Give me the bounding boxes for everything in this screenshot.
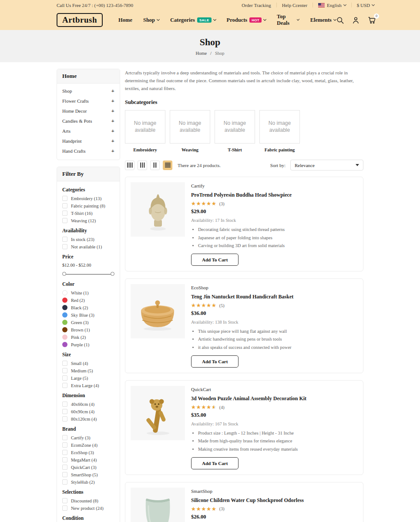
product-title[interactable]: Silicone Children Water Cup Shockproof O… [191,497,304,504]
filter-option[interactable]: EcoShop (3) [62,450,114,455]
color-filter-option[interactable]: Brown (1) [62,327,114,332]
nav-item-shop[interactable]: Shop [143,17,159,23]
checkbox[interactable] [62,211,67,216]
color-dot[interactable] [62,327,67,332]
checkbox[interactable] [62,416,67,422]
filter-option[interactable]: New product (24) [62,505,114,511]
sidebar-item-shop[interactable]: Shop+ [62,86,114,96]
color-dot[interactable] [62,342,67,347]
sidebar-item-hand-crafts[interactable]: Hand Crafts+ [62,146,114,156]
add-to-cart-button[interactable]: Add To Cart [191,254,239,266]
product-brand[interactable]: SmartShop [191,489,304,494]
view-toggle-grid-4[interactable] [125,161,134,170]
checkbox[interactable] [62,383,67,388]
subcategory-card-embroidery[interactable]: No image availableEmbroidery [125,110,165,152]
price-slider[interactable] [64,272,113,277]
order-tracking-link[interactable]: Order Tracking [242,3,271,8]
filter-option[interactable]: StyleHub (2) [62,479,114,485]
product-brand[interactable]: QuickCart [191,387,306,392]
cart-button[interactable]: 0 [367,16,376,24]
filter-option[interactable]: T-Shirt (16) [62,211,114,216]
filter-option[interactable]: Weaving (12) [62,218,114,223]
checkbox[interactable] [62,196,67,201]
filter-option[interactable]: Not available (1) [62,244,114,249]
view-toggle-list[interactable] [163,161,172,170]
plus-icon[interactable]: + [111,118,114,124]
product-title[interactable]: 3d Wooden Puzzle Animal Assembly Decorat… [191,395,306,402]
filter-option[interactable]: QuickCart (3) [62,465,114,470]
product-brand[interactable]: Cartify [191,183,292,188]
add-to-cart-button[interactable]: Add To Cart [191,457,239,469]
sidebar-item-handprint[interactable]: Handprint+ [62,136,114,146]
filter-option[interactable]: Cartify (3) [62,435,114,440]
subcategory-card-fabric-painting[interactable]: No image availableFabric painting [259,110,300,152]
filter-option[interactable]: 80x120cm (4) [62,416,114,422]
filter-option[interactable]: Embroidery (13) [62,196,114,201]
currency-selector[interactable]: $ USD [357,3,374,8]
color-dot[interactable] [62,305,67,310]
product-brand[interactable]: EcoShop [191,285,293,290]
checkbox[interactable] [62,479,67,485]
filter-option[interactable]: 60x90cm (4) [62,409,114,414]
filter-option[interactable]: Extra Large (4) [62,383,114,388]
checkbox[interactable] [62,203,67,208]
search-button[interactable] [336,16,344,24]
color-dot[interactable] [62,335,67,340]
color-filter-option[interactable]: Black (2) [62,305,114,310]
checkbox[interactable] [62,218,67,223]
checkbox[interactable] [62,375,67,381]
color-dot[interactable] [62,320,67,325]
filter-option[interactable]: Discounted (8) [62,498,114,503]
checkbox[interactable] [62,409,67,414]
nav-item-elements[interactable]: Elements [310,17,336,23]
checkbox[interactable] [62,435,67,440]
checkbox[interactable] [62,361,67,366]
filter-option[interactable]: Medium (5) [62,368,114,373]
filter-option[interactable]: SmartShop (5) [62,472,114,477]
sidebar-item-home-decor[interactable]: Home Decor+ [62,106,114,116]
filter-option[interactable]: Small (4) [62,361,114,366]
checkbox[interactable] [62,498,67,503]
filter-option[interactable]: MegaMart (4) [62,457,114,462]
view-toggle-grid-2[interactable] [150,161,160,170]
filter-option[interactable]: Large (5) [62,375,114,381]
slider-handle-min[interactable] [62,272,66,276]
product-image[interactable] [131,182,185,237]
view-toggle-grid-3[interactable] [138,161,147,170]
nav-item-home[interactable]: Home [118,17,132,23]
product-title[interactable]: ProTrend Polyresin Buddha Head Showpiece [191,192,292,198]
filter-option[interactable]: EcomZone (4) [62,442,114,448]
color-dot[interactable] [62,298,67,303]
help-center-link[interactable]: Help Ccenter [282,3,307,8]
checkbox[interactable] [62,402,67,407]
product-image[interactable] [131,284,185,338]
checkbox[interactable] [62,472,67,477]
checkbox[interactable] [62,505,67,511]
sort-select[interactable]: Relevance [290,160,363,171]
checkbox[interactable] [62,457,67,462]
filter-option[interactable]: Fabric painting (8) [62,203,114,208]
plus-icon[interactable]: + [111,138,114,144]
color-filter-option[interactable]: Pink (2) [62,335,114,340]
account-button[interactable] [352,16,360,24]
checkbox[interactable] [62,368,67,373]
sidebar-item-flower-crafts[interactable]: Flower Crafts+ [62,96,114,106]
logo[interactable]: Artbrush [57,13,103,27]
color-filter-option[interactable]: White (1) [62,290,114,295]
plus-icon[interactable]: + [111,128,114,134]
color-dot[interactable] [62,290,67,295]
sidebar-item-candles-pots[interactable]: Candles & Pots+ [62,116,114,126]
subcategory-card-t-shirt[interactable]: No image availableT-Shirt [215,110,255,152]
color-dot[interactable] [62,312,67,318]
checkbox[interactable] [62,450,67,455]
plus-icon[interactable]: + [111,88,114,94]
color-filter-option[interactable]: Sky Blue (3) [62,312,114,318]
filter-option[interactable]: 40x60cm (4) [62,402,114,407]
checkbox[interactable] [62,244,67,249]
language-selector[interactable]: English [318,3,346,8]
checkbox[interactable] [62,442,67,448]
checkbox[interactable] [62,465,67,470]
slider-handle-max[interactable] [111,272,114,276]
color-filter-option[interactable]: Red (2) [62,298,114,303]
nav-item-products[interactable]: ProductsHOT [227,17,266,23]
